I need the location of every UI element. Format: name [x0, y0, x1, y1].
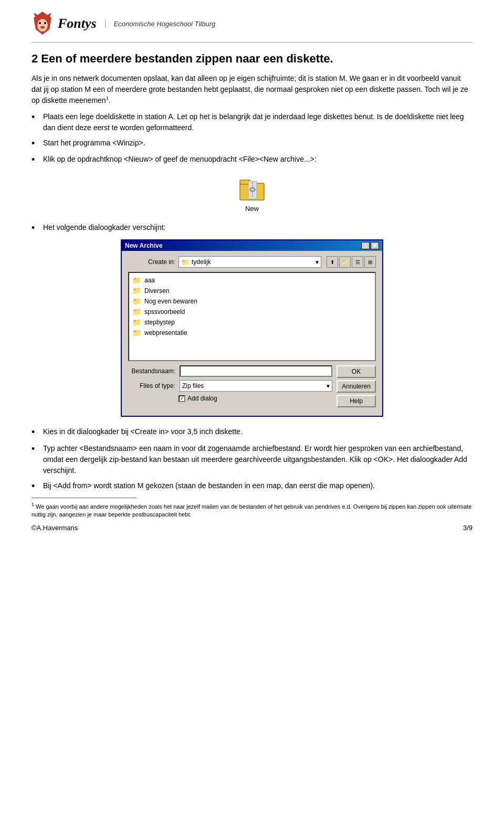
new-button-image: New — [238, 174, 267, 213]
folder-icon-small: 📁 — [181, 258, 190, 266]
create-in-row: Create in: 📁 tydelijk ▼ ⬆ 📁 ☰ ⊞ — [128, 256, 376, 268]
help-titlebar-button[interactable]: ? — [361, 242, 370, 249]
fontys-text: Fontys — [58, 16, 97, 31]
dialog-titlebar: New Archive ? ✕ — [122, 240, 382, 251]
bullet-dot-3: • — [32, 154, 41, 166]
list-item-dialog-desc: • Het volgende dialoogkader verschijnt: — [32, 222, 472, 234]
bullet-list-1: • Plaats een lege doeldiskette in statio… — [32, 111, 472, 166]
dialog-buttons: OK Annuleren Help — [337, 365, 376, 407]
file-name-nogeven: Nog even bewaren — [144, 298, 197, 305]
folder-icon-nogeven: 📁 — [132, 297, 141, 306]
page-number: 3/9 — [463, 524, 472, 532]
dialog-title: New Archive — [125, 242, 163, 249]
paragraph-1-end: . — [109, 96, 111, 104]
dialog-toolbar: ⬆ 📁 ☰ ⊞ — [327, 256, 376, 268]
create-in-value: tydelijk — [192, 258, 211, 266]
footnote-content: We gaan voorbij aan andere mogelijkheden… — [32, 503, 471, 518]
file-name-stepbystep: stepbystep — [144, 319, 175, 326]
filetype-label: Files of type: — [128, 382, 175, 390]
file-item-diversen: 📁 Diversen — [131, 286, 373, 296]
page-title: 2 Een of meerdere bestanden zippen naar … — [32, 52, 472, 66]
new-button-icon — [238, 174, 267, 203]
dropdown-arrow: ▼ — [314, 259, 320, 265]
filename-bottom-row: Bestandsnaam: — [128, 365, 332, 377]
toolbar-view1-button[interactable]: ☰ — [352, 256, 363, 268]
fontys-fox-icon — [32, 10, 54, 37]
bullet-text-3: Klik op de opdrachtknop <Nieuw> of geef … — [43, 154, 472, 165]
cancel-button[interactable]: Annuleren — [337, 380, 376, 393]
folder-icon-webpresentatie: 📁 — [132, 329, 141, 337]
bullet-text-dialog: Het volgende dialoogkader verschijnt: — [43, 222, 472, 233]
file-item-nogeven: 📁 Nog even bewaren — [131, 296, 373, 307]
filename-section: Bestandsnaam: Files of type: Zip files ▼… — [128, 365, 332, 407]
footer: ©A.Havermans 3/9 — [32, 524, 472, 532]
list-item-4: • Kies in dit dialoogkader bij <Create i… — [32, 426, 472, 438]
svg-point-4 — [39, 22, 41, 24]
toolbar-newdir-button[interactable]: 📁 — [339, 256, 351, 268]
footnote-divider — [32, 498, 136, 498]
close-titlebar-button[interactable]: ✕ — [371, 242, 379, 249]
header-subtitle: Economische Hogeschool Tilburg — [114, 20, 216, 28]
filename-row: Bestandsnaam: Files of type: Zip files ▼… — [128, 365, 376, 407]
paragraph-1: Als je in ons netwerk documenten opslaat… — [32, 73, 472, 106]
bullet-text-1: Plaats een lege doeldiskette in station … — [43, 111, 472, 133]
copyright: ©A.Havermans — [32, 524, 78, 532]
titlebar-buttons: ? ✕ — [361, 242, 379, 249]
file-item-stepbystep: 📁 stepbystep — [131, 317, 373, 328]
file-name-webpresentatie: webpresentatie — [144, 329, 187, 336]
file-name-diversen: Diversen — [144, 287, 169, 294]
new-archive-dialog: New Archive ? ✕ Create in: 📁 tydelijk ▼ … — [121, 239, 383, 417]
svg-point-5 — [44, 22, 46, 24]
bullet-dot-2: • — [32, 138, 41, 150]
folder-icon-stepbystep: 📁 — [132, 318, 141, 327]
add-dialog-checkbox[interactable]: ✓ — [178, 395, 185, 402]
create-in-label: Create in: — [128, 258, 175, 266]
bullet-text-5: Typ achter <Bestandsnaam> een naam in vo… — [43, 443, 472, 476]
bullet-dot-1: • — [32, 111, 41, 123]
file-item-aaa: 📁 aaa — [131, 275, 373, 286]
bullet-list-dialog: • Het volgende dialoogkader verschijnt: — [32, 222, 472, 234]
filetype-arrow: ▼ — [326, 383, 331, 389]
file-name-aaa: aaa — [144, 277, 155, 284]
toolbar-up-button[interactable]: ⬆ — [327, 256, 338, 268]
svg-point-6 — [40, 26, 45, 29]
list-item-6: • Bij <Add from> wordt station M gekozen… — [32, 480, 472, 492]
file-name-spss: spssvoorbeeld — [144, 308, 185, 315]
bullet-dot-5: • — [32, 443, 41, 455]
filename-input[interactable] — [180, 365, 332, 377]
bullet-text-2: Start het programma <Winzip>. — [43, 138, 472, 149]
bullet-list-2: • Kies in dit dialoogkader bij <Create i… — [32, 426, 472, 492]
filename-label: Bestandsnaam: — [128, 367, 175, 375]
folder-icon-aaa: 📁 — [132, 276, 141, 285]
help-button[interactable]: Help — [337, 395, 376, 407]
bullet-dot-6: • — [32, 480, 41, 492]
footnote-number: 1 — [32, 502, 34, 507]
create-in-dropdown[interactable]: 📁 tydelijk ▼ — [178, 256, 321, 268]
filetype-value: Zip files — [182, 382, 204, 390]
list-item-1: • Plaats een lege doeldiskette in statio… — [32, 111, 472, 133]
svg-point-12 — [251, 188, 254, 191]
ok-button[interactable]: OK — [337, 365, 376, 378]
page-header: Fontys Economische Hogeschool Tilburg — [32, 10, 472, 43]
file-item-webpresentatie: 📁 webpresentatie — [131, 328, 373, 338]
folder-icon-diversen: 📁 — [132, 287, 141, 295]
file-list: 📁 aaa 📁 Diversen 📁 Nog even bewaren 📁 sp… — [128, 272, 376, 361]
fontys-logo: Fontys — [32, 10, 97, 37]
filetype-bottom-row: Files of type: Zip files ▼ — [128, 380, 332, 392]
toolbar-view2-button[interactable]: ⊞ — [364, 256, 376, 268]
dialog-area: New Archive ? ✕ Create in: 📁 tydelijk ▼ … — [32, 239, 472, 417]
dialog-body: Create in: 📁 tydelijk ▼ ⬆ 📁 ☰ ⊞ 📁 — [122, 251, 382, 416]
add-dialog-label: Add dialog — [187, 395, 217, 402]
bullet-text-6: Bij <Add from> wordt station M gekozen (… — [43, 480, 472, 491]
svg-point-3 — [37, 19, 48, 31]
bullet-dot-4: • — [32, 426, 41, 438]
footnote-text: 1 We gaan voorbij aan andere mogelijkhed… — [32, 501, 472, 519]
filetype-dropdown[interactable]: Zip files ▼ — [180, 380, 332, 392]
bullet-dot-dialog: • — [32, 222, 41, 234]
folder-icon-spss: 📁 — [132, 308, 141, 316]
footnote-section: 1 We gaan voorbij aan andere mogelijkhed… — [32, 498, 472, 519]
list-item-3: • Klik op de opdrachtknop <Nieuw> of gee… — [32, 154, 472, 166]
list-item-2: • Start het programma <Winzip>. — [32, 138, 472, 150]
add-dialog-row: ✓ Add dialog — [178, 395, 332, 402]
new-button-label: New — [245, 205, 259, 213]
